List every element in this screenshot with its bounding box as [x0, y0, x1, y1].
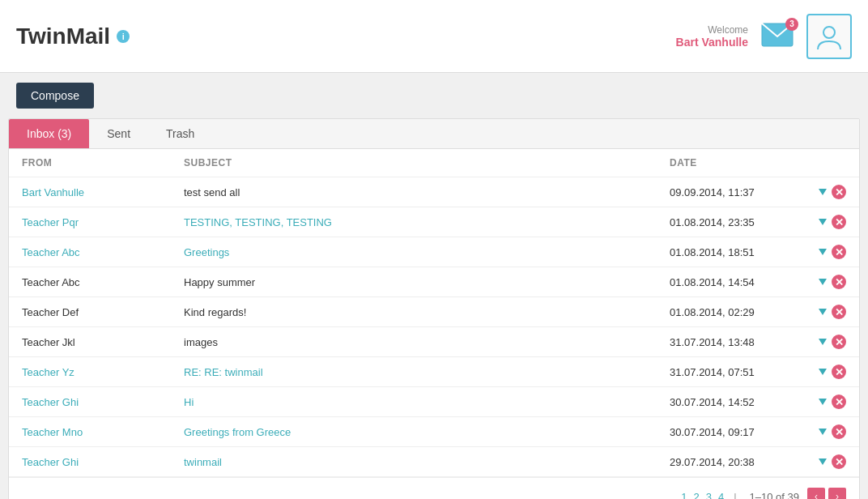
table-row: Teacher AbcHappy summer01.08.2014, 14:54… — [9, 267, 859, 297]
sender-link[interactable]: Teacher Mno — [22, 426, 83, 438]
date-cell: 29.07.2014, 20:38 — [657, 447, 802, 477]
table-row: Teacher Ghitwinmail29.07.2014, 20:38✕ — [9, 447, 859, 477]
date-cell: 01.08.2014, 02:29 — [657, 297, 802, 327]
app-title: TwinMail — [16, 23, 110, 49]
date-cell: 01.08.2014, 18:51 — [657, 237, 802, 267]
welcome-area: Welcome Bart Vanhulle — [676, 24, 748, 49]
subject-text: Kind regards! — [171, 297, 657, 327]
col-header-date: DATE — [657, 149, 802, 177]
page-4[interactable]: 4 — [718, 491, 724, 500]
date-cell: 30.07.2014, 09:17 — [657, 417, 802, 447]
subject-link[interactable]: Greetings — [184, 246, 229, 258]
date-cell: 01.08.2014, 23:35 — [657, 207, 802, 237]
delete-button[interactable]: ✕ — [832, 365, 846, 379]
dropdown-arrow-icon[interactable] — [819, 399, 827, 405]
pagination: 1 2 3 4 | 1–10 of 39 ‹ › — [9, 477, 859, 499]
subject-link[interactable]: Hi — [184, 396, 194, 408]
delete-button[interactable]: ✕ — [832, 305, 846, 319]
sender-link[interactable]: Teacher Ghi — [22, 396, 79, 408]
avatar-icon — [815, 22, 844, 51]
delete-button[interactable]: ✕ — [832, 275, 846, 289]
action-cell: ✕ — [802, 177, 859, 207]
action-cell: ✕ — [802, 357, 859, 387]
tab-sent[interactable]: Sent — [89, 119, 148, 148]
sender-link[interactable]: Teacher Pqr — [22, 216, 79, 228]
subject-text: Happy summer — [171, 267, 657, 297]
delete-button[interactable]: ✕ — [832, 215, 846, 229]
tab-trash[interactable]: Trash — [148, 119, 212, 148]
action-cell: ✕ — [802, 207, 859, 237]
action-cell: ✕ — [802, 417, 859, 447]
sender-link[interactable]: Teacher Abc — [22, 246, 80, 258]
logo-area: TwinMail i — [16, 23, 130, 49]
delete-button[interactable]: ✕ — [832, 424, 846, 439]
prev-page-button[interactable]: ‹ — [807, 488, 825, 499]
table-row: Teacher YzRE: RE: twinmail31.07.2014, 07… — [9, 357, 859, 387]
dropdown-arrow-icon[interactable] — [819, 309, 827, 315]
action-cell: ✕ — [802, 327, 859, 357]
sender-text: Teacher Abc — [9, 267, 171, 297]
sender-link[interactable]: Teacher Ghi — [22, 456, 79, 468]
page-separator: | — [734, 491, 736, 500]
page-2[interactable]: 2 — [693, 491, 699, 500]
table-row: Teacher PqrTESTING, TESTING, TESTING01.0… — [9, 207, 859, 237]
dropdown-arrow-icon[interactable] — [819, 429, 827, 435]
delete-button[interactable]: ✕ — [832, 395, 846, 409]
dropdown-arrow-icon[interactable] — [819, 279, 827, 285]
delete-button[interactable]: ✕ — [832, 335, 846, 349]
sender-link[interactable]: Teacher Yz — [22, 366, 74, 378]
avatar — [806, 14, 852, 59]
tabs: Inbox (3) Sent Trash — [9, 119, 859, 149]
dropdown-arrow-icon[interactable] — [819, 458, 827, 465]
subject-text: images — [171, 327, 657, 357]
col-header-subject: SUBJECT — [171, 149, 657, 177]
table-row: Teacher AbcGreetings01.08.2014, 18:51✕ — [9, 237, 859, 267]
table-row: Teacher Jklimages31.07.2014, 13:48✕ — [9, 327, 859, 357]
sender-link[interactable]: Bart Vanhulle — [22, 186, 84, 198]
dropdown-arrow-icon[interactable] — [819, 219, 827, 225]
table-row: Bart Vanhulletest send all09.09.2014, 11… — [9, 177, 859, 207]
next-page-button[interactable]: › — [828, 488, 846, 499]
subject-link[interactable]: Greetings from Greece — [184, 426, 291, 438]
delete-button[interactable]: ✕ — [832, 454, 846, 469]
subject-link[interactable]: RE: RE: twinmail — [184, 366, 263, 378]
dropdown-arrow-icon[interactable] — [819, 369, 827, 375]
user-name: Bart Vanhulle — [676, 36, 748, 49]
email-table: FROM SUBJECT DATE Bart Vanhulletest send… — [9, 149, 859, 477]
sender-text: Teacher Jkl — [9, 327, 171, 357]
action-cell: ✕ — [802, 267, 859, 297]
compose-area: Compose — [0, 73, 868, 118]
header-right: Welcome Bart Vanhulle 3 — [676, 14, 852, 59]
mail-badge: 3 — [785, 18, 798, 31]
date-cell: 09.09.2014, 11:37 — [657, 177, 802, 207]
col-header-from: FROM — [9, 149, 171, 177]
subject-text: test send all — [171, 177, 657, 207]
date-cell: 30.07.2014, 14:52 — [657, 387, 802, 417]
page-1[interactable]: 1 — [681, 491, 687, 500]
page-3[interactable]: 3 — [706, 491, 712, 500]
delete-button[interactable]: ✕ — [832, 245, 846, 259]
subject-link[interactable]: TESTING, TESTING, TESTING — [184, 216, 332, 228]
svg-point-1 — [823, 27, 835, 38]
compose-button[interactable]: Compose — [16, 83, 94, 109]
dropdown-arrow-icon[interactable] — [819, 249, 827, 255]
info-icon[interactable]: i — [117, 30, 130, 43]
main-content: Inbox (3) Sent Trash FROM SUBJECT DATE B… — [8, 118, 860, 499]
delete-button[interactable]: ✕ — [832, 185, 846, 199]
subject-link[interactable]: twinmail — [184, 456, 222, 468]
tab-inbox[interactable]: Inbox (3) — [9, 119, 89, 148]
mail-icon-wrap[interactable]: 3 — [761, 23, 794, 50]
dropdown-arrow-icon[interactable] — [819, 189, 827, 195]
action-cell: ✕ — [802, 297, 859, 327]
welcome-label: Welcome — [676, 24, 748, 36]
dropdown-arrow-icon[interactable] — [819, 339, 827, 345]
action-cell: ✕ — [802, 447, 859, 477]
action-cell: ✕ — [802, 237, 859, 267]
table-row: Teacher MnoGreetings from Greece30.07.20… — [9, 417, 859, 447]
date-cell: 31.07.2014, 07:51 — [657, 357, 802, 387]
table-row: Teacher DefKind regards!01.08.2014, 02:2… — [9, 297, 859, 327]
action-cell: ✕ — [802, 387, 859, 417]
sender-text: Teacher Def — [9, 297, 171, 327]
table-header-row: FROM SUBJECT DATE — [9, 149, 859, 177]
date-cell: 01.08.2014, 14:54 — [657, 267, 802, 297]
